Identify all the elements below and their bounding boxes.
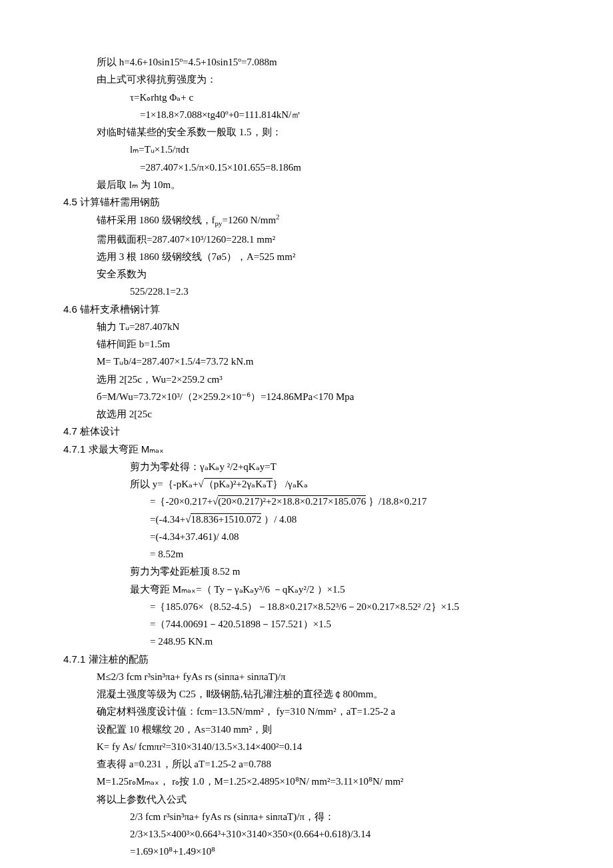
calc-line: 最大弯距 Mₘₐₓ=（ Ty－γₐKₐy³/6 －qKₐy²/2 ）×1.5 bbox=[63, 581, 550, 598]
calc-line: 确定材料强度设计值：fcm=13.5N/mm²， fy=310 N/mm²，aT… bbox=[63, 703, 550, 720]
calc-line: τ=Kₒrhtg Φₐ+ c bbox=[63, 89, 550, 106]
calc-line: 轴力 Tᵤ=287.407kN bbox=[63, 318, 550, 335]
text: 锚杆采用 1860 级钢绞线，f bbox=[97, 215, 215, 225]
calc-line: 锚杆间距 b=1.5m bbox=[63, 335, 550, 353]
calc-line: =｛185.076×（8.52-4.5）－18.8×0.217×8.52³/6－… bbox=[63, 598, 550, 615]
calc-line: 对临时锚某些的安全系数一般取 1.5，则： bbox=[63, 123, 550, 141]
calc-line: K= fy As/ fcmπr²=310×3140/13.5×3.14×400²… bbox=[63, 738, 550, 755]
calc-line: 由上式可求得抗剪强度为： bbox=[63, 71, 550, 88]
section-heading: 4.7 桩体设计 bbox=[63, 423, 550, 440]
calc-line: 需用截面积=287.407×10³/1260=228.1 mm² bbox=[63, 231, 550, 248]
calc-line: 所以 y=｛-pKₐ+√（pKₐ)²+2γₐKₐT｝ /γₐKₐ bbox=[63, 475, 550, 493]
radicand: (20×0.217)²+2×18.8×0.217×185.076 bbox=[218, 495, 366, 507]
section-heading: 4.6 锚杆支承槽钢计算 bbox=[63, 301, 550, 318]
superscript: 2 bbox=[276, 213, 280, 221]
calc-line: 剪力为零处距桩顶 8.52 m bbox=[63, 563, 550, 580]
calc-line: 选用 3 根 1860 级钢绞线（7ø5），A=525 mm² bbox=[63, 248, 550, 265]
text: =1260 N/mm bbox=[223, 215, 277, 225]
section-heading: 4.7.1 灌注桩的配筋 bbox=[63, 651, 550, 668]
calc-line: 选用 2[25c，Wu=2×259.2 cm³ bbox=[63, 371, 550, 388]
calc-line: =287.407×1.5/π×0.15×101.655=8.186m bbox=[63, 159, 550, 176]
text: ｝ /γₐKₐ bbox=[273, 479, 307, 489]
calc-line: =（744.00691－420.51898－157.521）×1.5 bbox=[63, 615, 550, 633]
calc-line: =(-4.34+37.461)/ 4.08 bbox=[63, 528, 550, 545]
text: =(-4.34+√ bbox=[150, 514, 191, 525]
calc-line: M= Tᵤb/4=287.407×1.5/4=73.72 kN.m bbox=[63, 353, 550, 370]
section-heading: 4.5 计算锚杆需用钢筋 bbox=[63, 193, 550, 211]
calc-line: =1.69×10⁸+1.49×10⁸ bbox=[63, 843, 550, 860]
calc-line: 剪力为零处得：γₐKₐy ²/2+qKₐy=T bbox=[63, 458, 550, 475]
radicand: 18.836+1510.072 bbox=[191, 513, 261, 525]
calc-line: 最后取 lₘ 为 10m。 bbox=[63, 176, 550, 193]
calc-line: lₘ=Tᵤ×1.5/πdτ bbox=[63, 141, 550, 158]
calc-line: =(-4.34+√18.836+1510.072 ）/ 4.08 bbox=[63, 511, 550, 528]
calc-line: 设配置 10 根螺纹 20，As=3140 mm²，则 bbox=[63, 721, 550, 738]
calc-line: 将以上参数代入公式 bbox=[63, 791, 550, 808]
text: ）/ 4.08 bbox=[261, 514, 297, 525]
calc-line: 安全系数为 bbox=[63, 265, 550, 283]
calc-line: 故选用 2[25c bbox=[63, 405, 550, 423]
calc-line: 混凝土强度等级为 C25，Ⅱ级钢筋,钻孔灌注桩的直径选￠800mm。 bbox=[63, 685, 550, 703]
calc-line: 锚杆采用 1860 级钢绞线，fpy=1260 N/mm2 bbox=[63, 211, 550, 230]
section-heading: 4.7.1 求最大弯距 Mₘₐₓ bbox=[63, 441, 550, 458]
calc-line: б=M/Wu=73.72×10³/（2×259.2×10⁻⁶）=124.86MP… bbox=[63, 388, 550, 405]
text: =｛-20×0.217+√ bbox=[150, 496, 218, 507]
subscript: py bbox=[215, 219, 223, 227]
calc-line: 2/3 fcm r³sin³πa+ fyAs rs (sinπa+ sinπaT… bbox=[63, 808, 550, 825]
text: ｝/18.8×0.217 bbox=[366, 496, 426, 507]
calc-line: =1×18.8×7.088×tg40º+0=111.814kN/㎡ bbox=[63, 106, 550, 123]
calc-line: M=1.25rₒMₘₐₓ， rₒ按 1.0，M=1.25×2.4895×10⁸N… bbox=[63, 773, 550, 790]
calc-line: 查表得 a=0.231，所以 aT=1.25-2 a=0.788 bbox=[63, 755, 550, 773]
calc-line: 525/228.1=2.3 bbox=[63, 283, 550, 300]
radicand: （pKₐ)²+2γₐKₐT bbox=[204, 478, 273, 489]
calc-line: 2/3×13.5×400³×0.664³+310×3140×350×(0.664… bbox=[63, 825, 550, 843]
calc-line: = 8.52m bbox=[63, 545, 550, 563]
calc-line: = 248.95 KN.m bbox=[63, 633, 550, 650]
calc-line: 所以 h=4.6+10sin15º=4.5+10sin15º=7.088m bbox=[63, 53, 550, 71]
calc-line: M≤2/3 fcm r³sin³πa+ fyAs rs (sinπa+ sinπ… bbox=[63, 668, 550, 685]
text: 所以 y=｛-pKₐ+√ bbox=[130, 479, 204, 489]
calc-line: =｛-20×0.217+√(20×0.217)²+2×18.8×0.217×18… bbox=[63, 493, 550, 510]
